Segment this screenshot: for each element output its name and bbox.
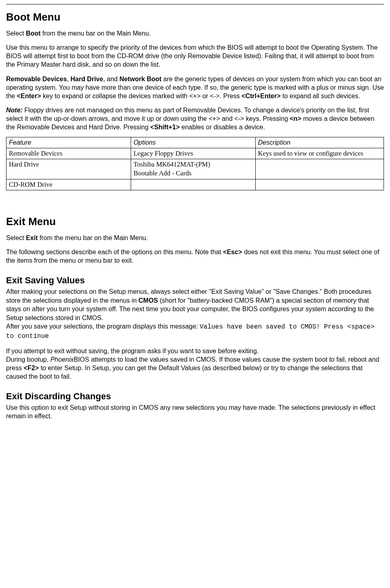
table-header-row: Feature Options Description [6,137,384,148]
text-bold: Boot [26,30,40,37]
text-bold: <Shift+1> [150,124,180,131]
exit-saving-values-heading: Exit Saving Values [6,274,384,287]
td-options: Legacy Floppy Drives [131,148,255,159]
text: to enter Setup. In Setup, you can get th… [6,365,362,380]
esv-para-1: After making your selections on the Setu… [6,287,384,322]
text-bold: Exit [26,234,38,241]
exit-para-1: Select Exit from the menu bar on the Mai… [6,234,384,242]
th-options: Options [131,137,255,148]
td-options [131,179,255,190]
boot-para-1: Select Boot from the menu bar on the Mai… [6,29,384,38]
boot-table: Feature Options Description Removable De… [6,137,384,190]
edc-para-1: Use this option to exit Setup without st… [6,403,384,420]
td-desc [255,179,384,190]
boot-menu-heading: Boot Menu [6,10,384,24]
text: During bootup, [6,356,50,363]
td-options: Toshiba MK6412MAT-(PM) Bootable Add - Ca… [131,159,255,179]
table-row: CD-ROM Drive [6,179,384,190]
option-line: Bootable Add - Cards [134,169,253,178]
esv-para-2: After you save your selections, the prog… [6,322,384,341]
esv-section: After making your selections on the Setu… [6,287,384,381]
text: , [67,76,70,82]
boot-para-2: Use this menu to arrange to specify the … [6,43,384,69]
th-feature: Feature [6,137,131,148]
text-bold: <Esc> [223,249,242,255]
td-feature: Hard Drive [6,159,131,179]
text-bold: Network Boot [119,76,161,82]
td-feature: Removable Devices [6,148,131,159]
text-italic: Phoenix [50,356,74,363]
text-bold: <n> [290,115,301,122]
text-bold: CMOS [138,297,158,304]
th-description: Description [255,137,384,148]
text: , and [103,76,119,82]
text-bold-italic: Note: [6,107,23,114]
text: Select [6,30,26,37]
text-bold: <F2> [24,365,39,371]
text: key to expand or collapse the devices ma… [41,93,242,99]
text: The following sections describe each of … [6,249,223,255]
text: from the menu bar on the Main Menu. [40,30,150,37]
option-line: Legacy Floppy Drives [134,149,253,158]
esv-para-4: During bootup, PhoenixBIOS attempts to l… [6,355,384,381]
text-bold: <Ctrl+Enter> [242,93,280,99]
exit-discarding-changes-heading: Exit Discarding Changes [6,390,384,403]
text-bold: <Enter> [17,93,41,99]
text: from the menu bar on the Main Menu. [38,234,148,241]
boot-para-3: Removable Devices, Hard Drive, and Netwo… [6,75,384,100]
option-line: Toshiba MK6412MAT-(PM) [134,160,253,169]
td-desc: Keys used to view or configure devices [255,148,384,159]
spacer [6,195,384,215]
text: enables or disables a device. [180,124,265,131]
table-row: Hard Drive Toshiba MK6412MAT-(PM) Bootab… [6,159,384,179]
td-desc [255,159,384,179]
table-row: Removable Devices Legacy Floppy Drives K… [6,148,384,159]
text-bold: Hard Drive [70,76,103,82]
boot-para-4: Note: Floppy drives are not managed on t… [6,106,384,131]
text: to expand all such devices. [281,93,360,99]
exit-para-2: The following sections describe each of … [6,248,384,265]
esv-para-3: If you attempt to exit without saving, t… [6,347,384,356]
top-rule [6,4,384,4]
text: Select [6,234,26,241]
td-feature: CD-ROM Drive [6,179,131,190]
text-bold: Removable Devices [6,76,67,82]
exit-menu-heading: Exit Menu [6,215,384,229]
text: After you save your selections, the prog… [6,323,199,330]
spacer [6,426,384,588]
